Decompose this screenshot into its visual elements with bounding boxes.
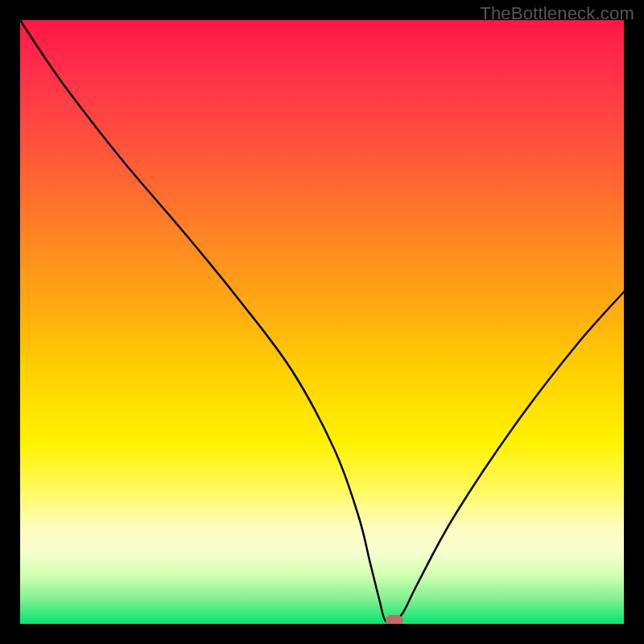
- plot-area: [20, 20, 624, 624]
- watermark: TheBottleneck.com: [480, 3, 634, 24]
- bottleneck-curve: [20, 20, 624, 624]
- minimum-marker: [386, 615, 403, 624]
